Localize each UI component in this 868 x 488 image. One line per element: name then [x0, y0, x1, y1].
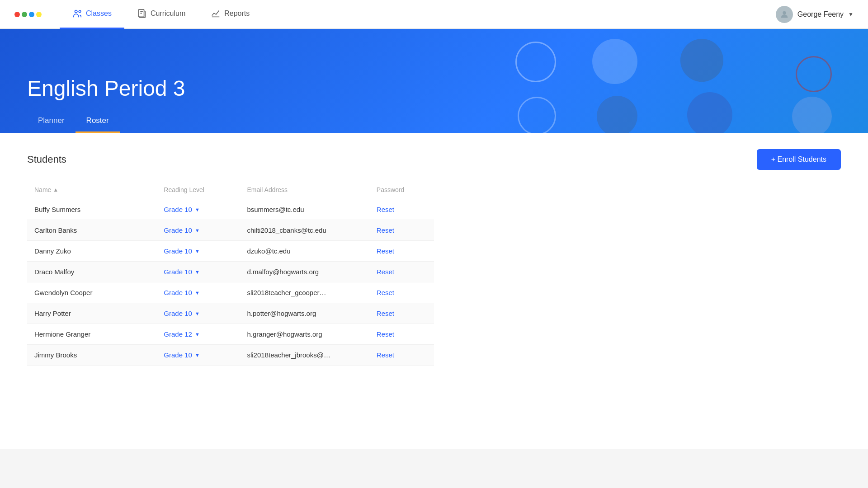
grade-chevron-icon: ▼ — [195, 228, 200, 233]
top-nav: Classes Curriculum Reports George Feeny … — [0, 0, 868, 29]
table-row: Jimmy Brooks Grade 10 ▼ sli2018teacher_j… — [27, 345, 434, 366]
grade-dropdown[interactable]: Grade 10 ▼ — [164, 247, 232, 255]
reset-password-button[interactable]: Reset — [377, 226, 394, 234]
student-password-reset: Reset — [369, 220, 434, 241]
nav-item-reports[interactable]: Reports — [198, 0, 262, 29]
students-title: Students — [27, 154, 66, 165]
student-password-reset: Reset — [369, 199, 434, 220]
reset-password-button[interactable]: Reset — [377, 351, 394, 359]
sort-arrow-icon: ▲ — [53, 187, 58, 193]
reports-icon — [211, 9, 221, 19]
grade-dropdown[interactable]: Grade 10 ▼ — [164, 206, 232, 213]
grade-chevron-icon: ▼ — [195, 207, 200, 212]
student-grade: Grade 10 ▼ — [156, 220, 240, 241]
grade-dropdown[interactable]: Grade 10 ▼ — [164, 268, 232, 276]
table-row: Gwendolyn Cooper Grade 10 ▼ sli2018teach… — [27, 282, 434, 303]
grade-dropdown[interactable]: Grade 10 ▼ — [164, 226, 232, 234]
user-menu[interactable]: George Feeny ▼ — [776, 6, 854, 23]
nav-label-reports: Reports — [224, 9, 250, 18]
svg-point-1 — [79, 10, 81, 13]
student-email: sli2018teacher_gcooper… — [240, 282, 369, 303]
col-header-name: Name ▲ — [27, 183, 156, 199]
hero-banner: English Period 3 Planner Roster — [0, 29, 868, 133]
table-row: Buffy Summers Grade 10 ▼ bsummers@tc.edu… — [27, 199, 434, 220]
student-grade: Grade 10 ▼ — [156, 303, 240, 324]
reset-password-button[interactable]: Reset — [377, 330, 394, 338]
grade-chevron-icon: ▼ — [195, 249, 200, 254]
student-name: Jimmy Brooks — [27, 345, 156, 366]
student-email: d.malfoy@hogwarts.org — [240, 262, 369, 282]
col-header-password: Password — [369, 183, 434, 199]
student-name: Danny Zuko — [27, 241, 156, 262]
student-password-reset: Reset — [369, 303, 434, 324]
student-email: sli2018teacher_jbrooks@… — [240, 345, 369, 366]
student-password-reset: Reset — [369, 262, 434, 282]
students-table: Name ▲ Reading Level Email Address Passw… — [27, 183, 434, 366]
student-password-reset: Reset — [369, 324, 434, 345]
student-grade: Grade 10 ▼ — [156, 262, 240, 282]
reset-password-button[interactable]: Reset — [377, 206, 394, 213]
reset-password-button[interactable]: Reset — [377, 268, 394, 276]
reset-password-button[interactable]: Reset — [377, 310, 394, 317]
student-email: h.granger@hogwarts.org — [240, 324, 369, 345]
grade-dropdown[interactable]: Grade 10 ▼ — [164, 351, 232, 359]
student-grade: Grade 10 ▼ — [156, 199, 240, 220]
student-password-reset: Reset — [369, 241, 434, 262]
student-grade: Grade 12 ▼ — [156, 324, 240, 345]
nav-item-classes[interactable]: Classes — [60, 0, 124, 29]
reset-password-button[interactable]: Reset — [377, 289, 394, 296]
student-name: Gwendolyn Cooper — [27, 282, 156, 303]
curriculum-icon — [137, 9, 147, 19]
logo-dot-green — [22, 12, 27, 17]
reset-password-button[interactable]: Reset — [377, 247, 394, 255]
table-row: Harry Potter Grade 10 ▼ h.potter@hogwart… — [27, 303, 434, 324]
table-row: Carlton Banks Grade 10 ▼ chilti2018_cban… — [27, 220, 434, 241]
app-logo — [14, 12, 42, 17]
student-password-reset: Reset — [369, 282, 434, 303]
table-row: Danny Zuko Grade 10 ▼ dzuko@tc.edu Reset — [27, 241, 434, 262]
grade-chevron-icon: ▼ — [195, 311, 200, 316]
student-email: bsummers@tc.edu — [240, 199, 369, 220]
tab-roster[interactable]: Roster — [75, 112, 120, 133]
student-grade: Grade 10 ▼ — [156, 345, 240, 366]
student-name: Draco Malfoy — [27, 262, 156, 282]
nav-label-curriculum: Curriculum — [151, 9, 185, 18]
hero-tabs: Planner Roster — [27, 112, 841, 133]
student-name: Hermione Granger — [27, 324, 156, 345]
avatar-icon — [779, 9, 789, 19]
grade-chevron-icon: ▼ — [195, 269, 200, 275]
grade-chevron-icon: ▼ — [195, 352, 200, 358]
nav-item-curriculum[interactable]: Curriculum — [124, 0, 198, 29]
grade-chevron-icon: ▼ — [195, 332, 200, 337]
svg-point-4 — [783, 11, 786, 14]
section-header: Students + Enroll Students — [27, 149, 841, 170]
student-name: Carlton Banks — [27, 220, 156, 241]
user-name: George Feeny — [797, 10, 844, 19]
classes-icon — [72, 9, 82, 19]
table-row: Draco Malfoy Grade 10 ▼ d.malfoy@hogwart… — [27, 262, 434, 282]
logo-dot-yellow — [36, 12, 42, 17]
grade-dropdown[interactable]: Grade 10 ▼ — [164, 289, 232, 296]
student-name: Harry Potter — [27, 303, 156, 324]
nav-label-classes: Classes — [86, 9, 112, 18]
students-table-body: Buffy Summers Grade 10 ▼ bsummers@tc.edu… — [27, 199, 434, 366]
student-email: dzuko@tc.edu — [240, 241, 369, 262]
student-email: h.potter@hogwarts.org — [240, 303, 369, 324]
user-menu-chevron: ▼ — [848, 11, 854, 18]
student-name: Buffy Summers — [27, 199, 156, 220]
student-grade: Grade 10 ▼ — [156, 241, 240, 262]
logo-dot-blue — [29, 12, 34, 17]
main-content: Students + Enroll Students Name ▲ Readin… — [0, 133, 868, 449]
grade-dropdown[interactable]: Grade 10 ▼ — [164, 310, 232, 317]
table-row: Hermione Granger Grade 12 ▼ h.granger@ho… — [27, 324, 434, 345]
enroll-students-button[interactable]: + Enroll Students — [757, 149, 841, 170]
deco-circle-3 — [680, 39, 723, 82]
student-email: chilti2018_cbanks@tc.edu — [240, 220, 369, 241]
grade-chevron-icon: ▼ — [195, 290, 200, 296]
tab-planner[interactable]: Planner — [27, 112, 75, 133]
student-grade: Grade 10 ▼ — [156, 282, 240, 303]
grade-dropdown[interactable]: Grade 12 ▼ — [164, 330, 232, 338]
table-header: Name ▲ Reading Level Email Address Passw… — [27, 183, 434, 199]
nav-items: Classes Curriculum Reports — [60, 0, 776, 29]
class-title: English Period 3 — [27, 76, 841, 101]
